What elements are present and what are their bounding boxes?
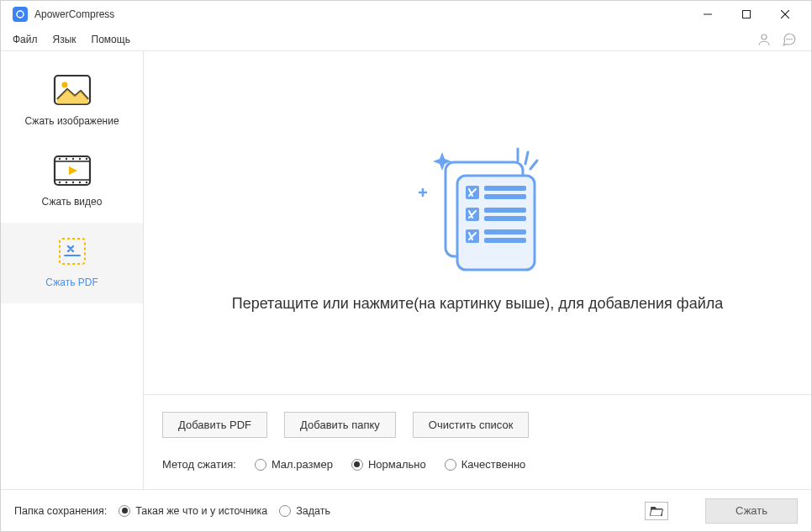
- sidebar-item-compress-image[interactable]: Сжать изображение: [1, 61, 143, 142]
- method-option-quality[interactable]: Качественно: [445, 458, 526, 471]
- svg-point-19: [65, 182, 66, 183]
- svg-point-13: [58, 158, 60, 160]
- svg-point-7: [789, 39, 790, 40]
- svg-point-0: [17, 11, 24, 18]
- video-icon: [51, 154, 93, 187]
- svg-point-10: [61, 82, 67, 88]
- close-button[interactable]: [766, 1, 804, 28]
- app-title: ApowerCompress: [34, 8, 114, 20]
- sidebar-item-label: Сжать PDF: [45, 277, 98, 288]
- footer: Папка сохранения: Такая же что и у источ…: [1, 489, 811, 531]
- svg-rect-33: [484, 194, 526, 199]
- svg-point-8: [791, 39, 792, 40]
- radio-label: Качественно: [461, 458, 526, 471]
- titlebar: ApowerCompress: [1, 1, 811, 28]
- svg-point-18: [58, 182, 60, 183]
- sidebar-item-compress-pdf[interactable]: Сжать PDF: [1, 223, 143, 303]
- svg-point-17: [85, 158, 87, 160]
- drop-hint-text: Перетащите или нажмите(на картинку выше)…: [232, 295, 724, 313]
- method-label: Метод сжатия:: [162, 458, 236, 471]
- drop-area[interactable]: Перетащите или нажмите(на картинку выше)…: [144, 51, 811, 394]
- svg-point-20: [71, 182, 73, 183]
- app-icon: [13, 7, 28, 22]
- menu-file[interactable]: Файл: [13, 34, 38, 45]
- compression-method-row: Метод сжатия: Мал.размер Нормально Качес…: [162, 458, 793, 471]
- method-option-normal[interactable]: Нормально: [351, 458, 426, 471]
- svg-point-14: [65, 158, 66, 160]
- sidebar-item-compress-video[interactable]: Сжать видео: [1, 142, 143, 223]
- menu-help[interactable]: Помощь: [92, 34, 130, 45]
- pdf-icon: [51, 234, 93, 268]
- svg-rect-35: [484, 208, 526, 213]
- feedback-icon[interactable]: [779, 29, 799, 50]
- menubar: Файл Язык Помощь: [1, 28, 811, 51]
- menu-language[interactable]: Язык: [53, 34, 76, 45]
- main-panel: Перетащите или нажмите(на картинку выше)…: [144, 51, 811, 489]
- radio-label: Нормально: [368, 458, 426, 471]
- save-option-custom[interactable]: Задать: [279, 505, 330, 517]
- svg-rect-38: [484, 229, 526, 234]
- image-icon: [51, 73, 93, 107]
- svg-point-15: [71, 158, 73, 160]
- account-icon[interactable]: [754, 29, 774, 50]
- sidebar: Сжать изображение Сжать видео Сжать PDF: [1, 51, 144, 489]
- compress-button[interactable]: Сжать: [705, 498, 798, 524]
- svg-rect-32: [484, 186, 526, 191]
- svg-line-28: [530, 161, 537, 169]
- radio-label: Такая же что и у источника: [135, 505, 267, 517]
- clear-list-button[interactable]: Очистить список: [413, 412, 530, 438]
- svg-rect-39: [484, 238, 526, 243]
- svg-point-16: [78, 158, 80, 160]
- svg-line-27: [525, 152, 528, 164]
- maximize-button[interactable]: [727, 1, 766, 28]
- sidebar-item-label: Сжать видео: [42, 196, 103, 208]
- method-option-small[interactable]: Мал.размер: [255, 458, 333, 471]
- save-option-same-as-source[interactable]: Такая же что и у источника: [119, 505, 267, 517]
- svg-point-6: [787, 39, 788, 40]
- sidebar-item-label: Сжать изображение: [24, 115, 119, 127]
- svg-point-21: [78, 182, 80, 183]
- svg-rect-2: [743, 11, 751, 18]
- pdf-stack-illustration-icon: [393, 134, 562, 277]
- add-pdf-button[interactable]: Добавить PDF: [162, 412, 267, 438]
- controls-panel: Добавить PDF Добавить папку Очистить спи…: [144, 394, 811, 489]
- open-folder-button[interactable]: [645, 502, 668, 520]
- minimize-button[interactable]: [688, 1, 727, 28]
- svg-point-5: [762, 34, 767, 40]
- svg-rect-36: [484, 216, 526, 221]
- add-folder-button[interactable]: Добавить папку: [284, 412, 396, 438]
- radio-label: Задать: [296, 505, 330, 517]
- save-folder-label: Папка сохранения:: [14, 505, 107, 517]
- svg-point-22: [85, 182, 87, 183]
- radio-label: Мал.размер: [272, 458, 333, 471]
